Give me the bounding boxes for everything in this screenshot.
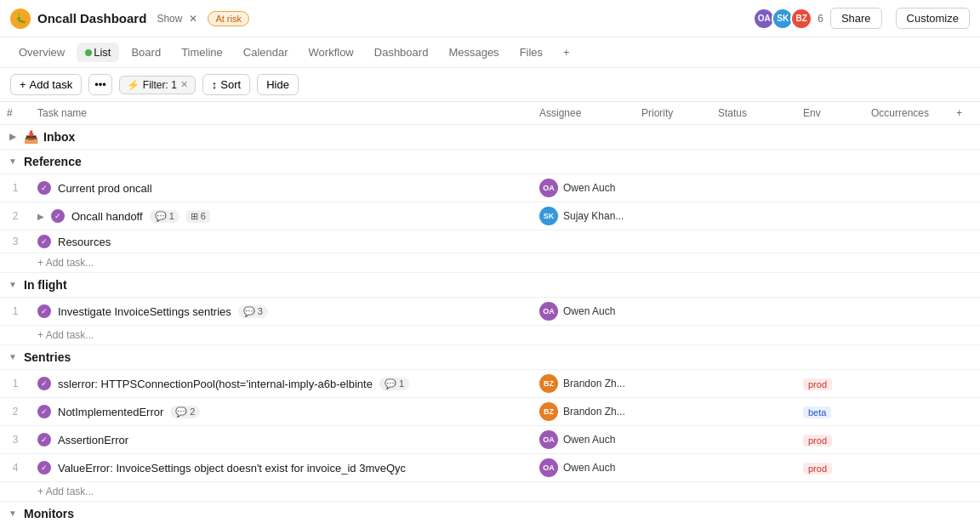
sentries-collapse-button[interactable]: ▼ Sentries [7,350,973,364]
status-cell [711,174,796,202]
status-cell [711,426,796,454]
remove-nav-button[interactable]: ✕ [189,13,197,25]
add-task-button[interactable]: + Add task [10,74,82,95]
row-num: 1 [0,174,31,202]
row-num: 1 [0,370,31,398]
expand-icon[interactable]: ▶ [37,212,44,221]
status-cell [711,398,796,426]
add-task-row-sentries[interactable]: + Add task... [0,482,980,502]
status-cell [711,298,796,326]
add-cell [949,298,980,326]
nav-files[interactable]: Files [511,43,551,62]
assignee-name: Sujay Khan... [563,210,624,222]
nav-messages[interactable]: Messages [440,43,507,62]
nav-list[interactable]: List [77,43,119,62]
monitors-chevron-icon: ▼ [7,508,19,520]
task-checkbox[interactable] [37,405,51,418]
secondary-nav: Overview List Board Timeline Calendar Wo… [0,37,980,68]
share-button[interactable]: Share [830,8,882,29]
add-task-row-in-flight[interactable]: + Add task... [0,326,980,345]
status-cell [711,202,796,230]
table-row: 1 Current prod oncall OA Owen Auch [0,174,980,202]
at-risk-badge[interactable]: At risk [208,11,249,26]
assignee-name: Owen Auch [563,462,615,474]
priority-cell [635,398,711,426]
nav-workflow[interactable]: Workflow [300,43,362,62]
reference-collapse-button[interactable]: ▼ Reference [7,155,973,168]
assignee-cell: OA Owen Auch [533,426,635,454]
task-checkbox[interactable] [37,235,51,248]
task-checkbox[interactable] [37,181,51,195]
comment-badge[interactable]: 💬 3 [238,305,268,318]
task-name: ValueError: InvoiceSettings object doesn… [58,462,406,475]
hide-button[interactable]: Hide [257,74,299,95]
monitors-collapse-button[interactable]: ▼ Monitors [7,507,973,520]
env-tag: prod [803,463,832,475]
nav-calendar[interactable]: Calendar [235,43,297,62]
priority-cell [635,298,711,326]
table-header-row: # Task name Assignee Priority Status Env… [0,102,980,125]
occurrences-cell [864,426,949,454]
section-in-flight: ▼ In flight [0,273,980,298]
env-cell: prod [796,370,864,398]
more-options-button[interactable]: ••• [88,74,112,95]
nav-overview[interactable]: Overview [10,43,73,62]
add-task-row-reference[interactable]: + Add task... [0,253,980,273]
main-table: # Task name Assignee Priority Status Env… [0,102,980,523]
task-checkbox[interactable] [37,461,51,475]
filter-badge[interactable]: ⚡ Filter: 1 ✕ [119,76,196,94]
in-flight-collapse-button[interactable]: ▼ In flight [7,278,973,292]
avatar-count: 6 [818,13,823,25]
env-cell [796,174,864,202]
comment-badge[interactable]: 💬 1 [150,210,179,223]
task-name: Oncall handoff [71,210,143,223]
add-task-label[interactable]: + Add task... [31,253,980,273]
occurrences-cell [864,202,949,230]
task-checkbox[interactable] [37,304,51,318]
occurrences-cell [864,174,949,202]
customize-button[interactable]: Customize [896,8,970,29]
assignee-avatar: OA [539,458,558,477]
table-row: 3 AssertionError OA Owen Auch prod [0,426,980,454]
task-cell: NotImplementedError 💬 2 [31,398,533,426]
table-row: 1 Investigate InvoiceSettings sentries 💬… [0,298,980,326]
inbox-collapse-button[interactable]: ▶ 📥 Inbox [7,130,973,144]
reference-title: Reference [24,155,82,168]
add-task-label[interactable]: + Add task... [31,482,980,502]
nav-dashboard[interactable]: Dashboard [366,43,437,62]
subtask-badge[interactable]: ⊞ 6 [186,210,210,223]
show-nav-button[interactable]: Show [157,13,182,25]
assignee-avatar: BZ [539,374,558,393]
section-inbox: ▶ 📥 Inbox [0,125,980,150]
table-row: 1 sslerror: HTTPSConnectionPool(host='in… [0,370,980,398]
occurrences-cell [864,370,949,398]
add-cell [949,398,980,426]
nav-timeline[interactable]: Timeline [173,43,231,62]
sort-button[interactable]: ↕ Sort [202,74,250,95]
add-cell [949,370,980,398]
nav-board[interactable]: Board [122,43,169,62]
priority-cell [635,202,711,230]
table-container: # Task name Assignee Priority Status Env… [0,102,980,523]
filter-clear-button[interactable]: ✕ [180,79,188,90]
add-tab-button[interactable]: + [555,43,578,62]
env-cell [796,230,864,253]
sentries-chevron-icon: ▼ [7,351,19,363]
comment-badge[interactable]: 💬 2 [170,406,200,418]
comment-badge[interactable]: 💬 1 [379,378,409,390]
add-task-label[interactable]: + Add task... [31,326,980,345]
task-checkbox[interactable] [37,377,51,390]
assignee-avatar: OA [539,430,558,449]
list-tab-indicator [85,49,92,56]
section-sentries: ▼ Sentries [0,345,980,370]
assignee-cell: OA Owen Auch [533,298,635,326]
row-num: 3 [0,230,31,253]
task-checkbox[interactable] [51,209,65,223]
col-add[interactable]: + [949,102,980,125]
bug-icon: 🐛 [10,9,31,29]
monitors-title: Monitors [24,507,74,520]
task-cell: ValueError: InvoiceSettings object doesn… [31,454,533,482]
task-cell: AssertionError [31,426,533,454]
task-checkbox[interactable] [37,433,51,446]
assignee-avatar: OA [539,302,558,321]
